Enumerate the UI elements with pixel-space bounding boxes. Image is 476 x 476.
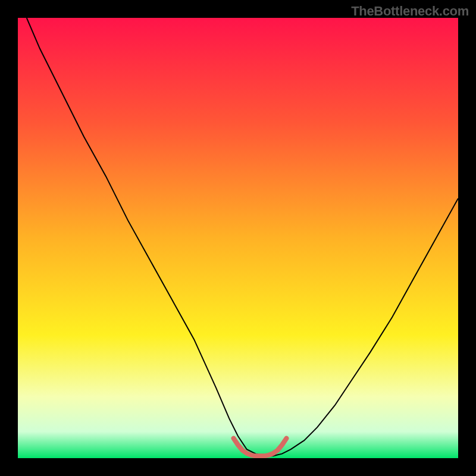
bottleneck-chart [18,18,458,458]
watermark-text: TheBottleneck.com [351,4,469,19]
chart-svg [18,18,458,458]
gradient-background [18,18,458,458]
